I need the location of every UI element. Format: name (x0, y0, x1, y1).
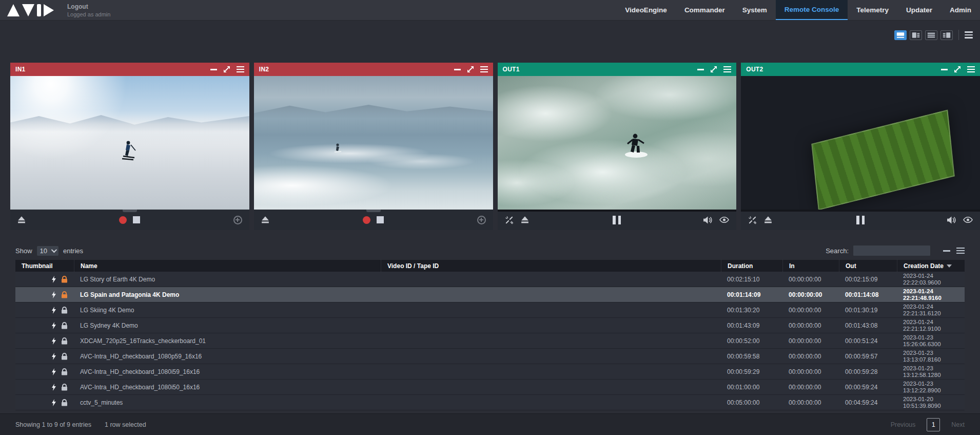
drag-handle[interactable] (123, 210, 137, 212)
avid-logo-triangle-down-icon (22, 4, 34, 16)
next-page-button[interactable]: Next (951, 421, 965, 428)
minimize-icon[interactable] (454, 69, 461, 70)
table-row[interactable]: LG Story of Earth 4K Demo 00:02:15:10 00… (15, 272, 965, 287)
panel-out2-video[interactable] (741, 76, 980, 210)
record-button[interactable] (363, 216, 370, 224)
table-row[interactable]: AVC-Intra_HD_checkboard_1080p59_16x16 00… (15, 349, 965, 364)
column-header-name[interactable]: Name (74, 260, 381, 272)
table-row[interactable]: LG Sydney 4K Demo 00:01:43:09 00:00:00:0… (15, 318, 965, 333)
nav-item-admin[interactable]: Admin (941, 0, 980, 20)
lock-icon (61, 368, 68, 375)
column-header-video-id[interactable]: Video ID / Tape ID (381, 260, 721, 272)
row-in: 00:00:00:00 (782, 307, 839, 314)
row-in: 00:00:00:00 (782, 353, 839, 360)
nav-item-telemetry[interactable]: Telemetry (848, 0, 897, 20)
layout-preview-top-button[interactable] (894, 30, 907, 40)
row-time: 13:13:07.8160 (903, 356, 958, 363)
stadium-video-frame (741, 76, 980, 210)
nav-item-remote-console[interactable]: Remote Console (776, 0, 848, 20)
panel-menu-icon[interactable] (237, 66, 244, 73)
column-header-in[interactable]: In (782, 260, 839, 272)
panel-in1-controls (10, 210, 249, 230)
nav-item-commander[interactable]: Commander (676, 0, 734, 20)
table-row[interactable]: LG Skiing 4K Demo 00:01:30:20 00:00:00:0… (15, 302, 965, 318)
add-circle-icon[interactable] (233, 216, 242, 224)
row-out: 00:01:14:08 (839, 291, 897, 298)
eye-icon[interactable] (719, 217, 729, 223)
column-header-thumbnail[interactable]: Thumbnail (15, 260, 74, 272)
column-header-duration[interactable]: Duration (721, 260, 782, 272)
layout-preview-right-button[interactable] (940, 30, 953, 40)
eject-icon[interactable] (17, 216, 26, 223)
row-duration: 00:00:59:58 (721, 353, 782, 360)
table-minimize-icon[interactable] (943, 250, 950, 252)
table-row[interactable]: LG Spain and Patagonia 4K Demo 00:01:14:… (15, 287, 965, 302)
wetsuit-surfer-figure (622, 132, 651, 159)
nav-item-videoengine[interactable]: VideoEngine (616, 0, 676, 20)
page-number-button[interactable]: 1 (927, 418, 940, 431)
add-circle-icon[interactable] (477, 216, 486, 224)
volume-icon[interactable] (947, 216, 956, 224)
search-input[interactable] (853, 245, 931, 256)
row-date: 2023-01-24 (903, 288, 958, 295)
table-row[interactable]: AVC-Intra_HD_checkboard_1080i59_16x16 00… (15, 364, 965, 380)
logout-link[interactable]: Logout (67, 3, 110, 10)
volume-icon[interactable] (703, 216, 712, 224)
panel-menu-icon[interactable] (723, 66, 731, 73)
table-menu-icon[interactable] (956, 248, 965, 254)
table-row[interactable]: AVC-Intra_HD_checkboard_1080i50_16x16 00… (15, 380, 965, 395)
column-header-out[interactable]: Out (839, 260, 897, 272)
lock-icon (61, 353, 68, 360)
drag-handle[interactable] (366, 210, 381, 212)
table-row[interactable]: cctv_5_minutes 00:05:00:00 00:00:00:00 0… (15, 395, 965, 410)
panel-menu-icon[interactable] (967, 66, 975, 73)
lock-icon (61, 399, 68, 406)
page-size-value: 10 (40, 247, 47, 255)
eye-icon[interactable] (963, 217, 973, 223)
panel-out1: OUT1 (498, 63, 737, 230)
expand-icon[interactable] (223, 66, 230, 73)
eject-icon[interactable] (764, 216, 772, 223)
nav-item-updater[interactable]: Updater (897, 0, 941, 20)
stop-button[interactable] (377, 216, 384, 223)
table-body: LG Story of Earth 4K Demo 00:02:15:10 00… (15, 272, 965, 410)
column-header-creation-date[interactable]: Creation Date (897, 260, 965, 272)
row-name: AVC-Intra_HD_checkboard_1080i59_16x16 (74, 368, 381, 375)
eject-icon[interactable] (521, 216, 529, 223)
eject-icon[interactable] (261, 216, 269, 223)
panel-in1-video[interactable] (10, 76, 249, 210)
table-controls: Show 10 entries Search: (15, 241, 965, 260)
panel-menu-icon[interactable] (480, 66, 488, 73)
stop-button[interactable] (133, 216, 140, 223)
table-row[interactable]: XDCAM_720p25_16Tracks_checkerboard_01 00… (15, 333, 965, 349)
nav-item-system[interactable]: System (734, 0, 776, 20)
expand-icon[interactable] (710, 66, 717, 73)
top-bar: Logout Logged as admin VideoEngineComman… (0, 0, 980, 21)
panel-in2-video[interactable] (254, 76, 493, 210)
previous-page-button[interactable]: Previous (891, 421, 916, 428)
minimize-icon[interactable] (210, 69, 217, 70)
media-table-section: Show 10 entries Search: Thumbnail Name V… (15, 241, 965, 410)
hamburger-menu-icon[interactable] (965, 31, 973, 39)
row-name: LG Story of Earth 4K Demo (74, 276, 381, 283)
pause-button[interactable] (613, 216, 621, 224)
panel-out1-video[interactable] (498, 76, 737, 210)
layout-list-only-button[interactable] (925, 30, 937, 40)
lock-icon (61, 276, 68, 283)
unlink-icon[interactable] (505, 216, 514, 224)
seek-bar[interactable] (741, 210, 980, 212)
page-size-select[interactable]: 10 (36, 245, 59, 256)
lock-icon (61, 291, 68, 298)
expand-icon[interactable] (467, 66, 474, 73)
record-button[interactable] (119, 216, 127, 224)
unlink-icon[interactable] (748, 216, 757, 224)
table-footer: Showing 1 to 9 of 9 entries 1 row select… (0, 413, 980, 435)
seek-bar[interactable] (498, 210, 737, 212)
minimize-icon[interactable] (941, 69, 948, 70)
layout-preview-left-button[interactable] (910, 30, 922, 40)
row-duration: 00:01:14:09 (721, 291, 782, 298)
minimize-icon[interactable] (697, 69, 704, 70)
pause-button[interactable] (856, 216, 865, 224)
expand-icon[interactable] (954, 66, 961, 73)
row-date: 2023-01-20 (903, 396, 958, 403)
